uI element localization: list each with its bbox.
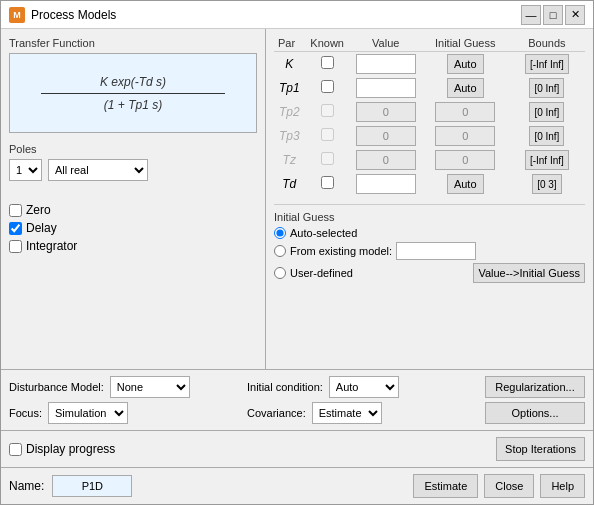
Tz-guess-input bbox=[435, 150, 495, 170]
K-auto-btn[interactable]: Auto bbox=[447, 54, 484, 74]
regularization-btn[interactable]: Regularization... bbox=[485, 376, 585, 398]
from-existing-label: From existing model: bbox=[290, 245, 392, 257]
delay-label: Delay bbox=[26, 221, 57, 235]
display-progress-label: Display progress bbox=[26, 442, 115, 456]
minimize-button[interactable]: — bbox=[521, 5, 541, 25]
param-Tp2-label: Tp2 bbox=[274, 100, 304, 124]
poles-section: Poles 1 2 3 All real Underdamped bbox=[9, 143, 257, 187]
Td-value-input[interactable] bbox=[356, 174, 416, 194]
user-defined-label: User-defined bbox=[290, 267, 353, 279]
param-K-value bbox=[350, 52, 422, 77]
close-btn[interactable]: Close bbox=[484, 474, 534, 498]
Tp1-known-checkbox[interactable] bbox=[321, 80, 334, 93]
param-Td-label: Td bbox=[274, 172, 304, 196]
initial-condition-select[interactable]: Auto Zero Estimate bbox=[329, 376, 399, 398]
poles-type-select[interactable]: All real Underdamped bbox=[48, 159, 148, 181]
poles-count-select[interactable]: 1 2 3 bbox=[9, 159, 42, 181]
param-Tp2-value bbox=[350, 100, 422, 124]
zero-label: Zero bbox=[26, 203, 51, 217]
table-row: Td Auto [0 3] bbox=[274, 172, 585, 196]
from-existing-radio[interactable] bbox=[274, 245, 286, 257]
options-btn[interactable]: Options... bbox=[485, 402, 585, 424]
name-input[interactable] bbox=[52, 475, 132, 497]
integrator-row: Integrator bbox=[9, 239, 257, 253]
transfer-function-box: K exp(-Td s) (1 + Tp1 s) bbox=[9, 53, 257, 133]
param-Tp1-known bbox=[304, 76, 349, 100]
display-progress-checkbox[interactable] bbox=[9, 443, 22, 456]
Tp3-value-input bbox=[356, 126, 416, 146]
settings-middle: Initial condition: Auto Zero Estimate Co… bbox=[247, 376, 485, 424]
title-bar: M Process Models — □ ✕ bbox=[1, 1, 593, 29]
Td-auto-btn[interactable]: Auto bbox=[447, 174, 484, 194]
param-Tp1-bounds: [0 Inf] bbox=[509, 76, 585, 100]
disturbance-row: Disturbance Model: None ARIMA bbox=[9, 376, 247, 398]
window-controls: — □ ✕ bbox=[521, 5, 585, 25]
transfer-numerator: K exp(-Td s) bbox=[100, 75, 166, 89]
table-row: Tp2 [0 Inf] bbox=[274, 100, 585, 124]
delay-checkbox[interactable] bbox=[9, 222, 22, 235]
user-defined-radio[interactable] bbox=[274, 267, 286, 279]
params-table: Par Known Value Initial Guess Bounds K A… bbox=[274, 35, 585, 196]
focus-select[interactable]: Simulation Prediction bbox=[48, 402, 128, 424]
footer-buttons: Estimate Close Help bbox=[413, 474, 585, 498]
param-Tp1-label: Tp1 bbox=[274, 76, 304, 100]
estimate-btn[interactable]: Estimate bbox=[413, 474, 478, 498]
transfer-function-label: Transfer Function bbox=[9, 37, 257, 49]
covariance-row: Covariance: Estimate None bbox=[247, 402, 485, 424]
param-K-guess: Auto bbox=[422, 52, 509, 77]
app-icon: M bbox=[9, 7, 25, 23]
zero-checkbox[interactable] bbox=[9, 204, 22, 217]
Td-known-checkbox[interactable] bbox=[321, 176, 334, 189]
param-Tp3-known bbox=[304, 124, 349, 148]
param-Tp3-guess bbox=[422, 124, 509, 148]
maximize-button[interactable]: □ bbox=[543, 5, 563, 25]
auto-selected-radio[interactable] bbox=[274, 227, 286, 239]
right-panel: Par Known Value Initial Guess Bounds K A… bbox=[266, 29, 593, 369]
K-value-input[interactable] bbox=[356, 54, 416, 74]
param-Tz-label: Tz bbox=[274, 148, 304, 172]
table-row: Tz [-Inf Inf] bbox=[274, 148, 585, 172]
initial-condition-label: Initial condition: bbox=[247, 381, 323, 393]
checkboxes-section: Zero Delay Integrator bbox=[9, 203, 257, 257]
col-bounds: Bounds bbox=[509, 35, 585, 52]
param-Tp2-guess bbox=[422, 100, 509, 124]
param-Td-value bbox=[350, 172, 422, 196]
left-panel: Transfer Function K exp(-Td s) (1 + Tp1 … bbox=[1, 29, 266, 369]
disturbance-select[interactable]: None ARIMA bbox=[110, 376, 190, 398]
integrator-label: Integrator bbox=[26, 239, 77, 253]
user-defined-row: User-defined Value-->Initial Guess bbox=[274, 263, 585, 283]
close-button[interactable]: ✕ bbox=[565, 5, 585, 25]
from-existing-input[interactable] bbox=[396, 242, 476, 260]
help-btn[interactable]: Help bbox=[540, 474, 585, 498]
K-bounds-btn[interactable]: [-Inf Inf] bbox=[525, 54, 569, 74]
integrator-checkbox[interactable] bbox=[9, 240, 22, 253]
Tz-known-checkbox bbox=[321, 152, 334, 165]
Tp2-value-input bbox=[356, 102, 416, 122]
Tz-bounds-btn[interactable]: [-Inf Inf] bbox=[525, 150, 569, 170]
param-Tp2-bounds: [0 Inf] bbox=[509, 100, 585, 124]
K-known-checkbox[interactable] bbox=[321, 56, 334, 69]
process-models-window: M Process Models — □ ✕ Transfer Function… bbox=[0, 0, 594, 505]
value-to-initial-guess-btn[interactable]: Value-->Initial Guess bbox=[473, 263, 585, 283]
param-K-bounds: [-Inf Inf] bbox=[509, 52, 585, 77]
Tp3-guess-input bbox=[435, 126, 495, 146]
focus-row: Focus: Simulation Prediction bbox=[9, 402, 247, 424]
Tp2-bounds-btn[interactable]: [0 Inf] bbox=[529, 102, 564, 122]
covariance-select[interactable]: Estimate None bbox=[312, 402, 382, 424]
poles-row: 1 2 3 All real Underdamped bbox=[9, 159, 257, 181]
auto-selected-label: Auto-selected bbox=[290, 227, 357, 239]
param-Tp3-value bbox=[350, 124, 422, 148]
covariance-label: Covariance: bbox=[247, 407, 306, 419]
stop-iterations-btn[interactable]: Stop Iterations bbox=[496, 437, 585, 461]
transfer-divider bbox=[41, 93, 225, 94]
Tp1-value-input[interactable] bbox=[356, 78, 416, 98]
Tp1-bounds-btn[interactable]: [0 Inf] bbox=[529, 78, 564, 98]
param-Tp2-known bbox=[304, 100, 349, 124]
Tp1-auto-btn[interactable]: Auto bbox=[447, 78, 484, 98]
auto-selected-row: Auto-selected bbox=[274, 227, 585, 239]
disturbance-label: Disturbance Model: bbox=[9, 381, 104, 393]
Td-bounds-btn[interactable]: [0 3] bbox=[532, 174, 561, 194]
initial-condition-row: Initial condition: Auto Zero Estimate bbox=[247, 376, 485, 398]
zero-row: Zero bbox=[9, 203, 257, 217]
Tp3-bounds-btn[interactable]: [0 Inf] bbox=[529, 126, 564, 146]
